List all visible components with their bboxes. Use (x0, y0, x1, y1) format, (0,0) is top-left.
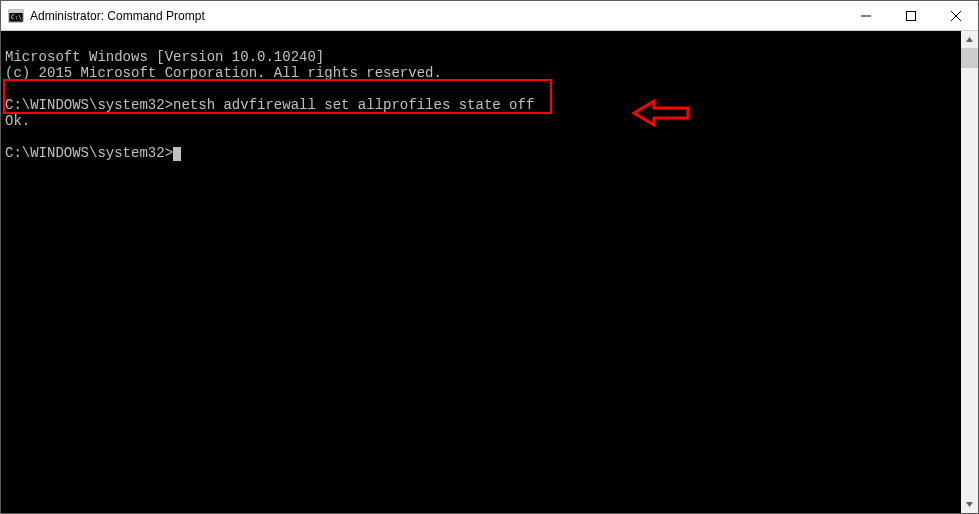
console-line-version: Microsoft Windows [Version 10.0.10240] (5, 49, 324, 65)
console-prompt: C:\WINDOWS\system32> (5, 97, 173, 113)
console-line-command: C:\WINDOWS\system32>netsh advfirewall se… (5, 97, 534, 113)
command-prompt-window: C:\ Administrator: Command Prompt Micros… (0, 0, 979, 514)
minimize-button[interactable] (843, 1, 888, 30)
scrollbar-up-button[interactable] (961, 31, 978, 48)
console-prompt: C:\WINDOWS\system32> (5, 145, 173, 161)
scrollbar-thumb[interactable] (961, 48, 978, 68)
annotation-arrow-left-icon (565, 83, 692, 147)
close-button[interactable] (933, 1, 978, 30)
scrollbar-track[interactable] (961, 48, 978, 496)
vertical-scrollbar[interactable] (961, 31, 978, 513)
console-line-prompt: C:\WINDOWS\system32> (5, 145, 181, 161)
titlebar[interactable]: C:\ Administrator: Command Prompt (1, 1, 978, 31)
console-line-output: Ok. (5, 113, 30, 129)
window-controls (843, 1, 978, 30)
cmd-icon: C:\ (8, 8, 24, 24)
scrollbar-down-button[interactable] (961, 496, 978, 513)
content-area: Microsoft Windows [Version 10.0.10240] (… (1, 31, 978, 513)
maximize-button[interactable] (888, 1, 933, 30)
console-command-text: netsh advfirewall set allprofiles state … (173, 97, 534, 113)
console-line-copyright: (c) 2015 Microsoft Corporation. All righ… (5, 65, 442, 81)
svg-rect-4 (906, 11, 915, 20)
window-title: Administrator: Command Prompt (30, 9, 205, 23)
svg-text:C:\: C:\ (11, 13, 22, 20)
cursor-icon (173, 147, 181, 161)
console-output[interactable]: Microsoft Windows [Version 10.0.10240] (… (1, 31, 961, 513)
